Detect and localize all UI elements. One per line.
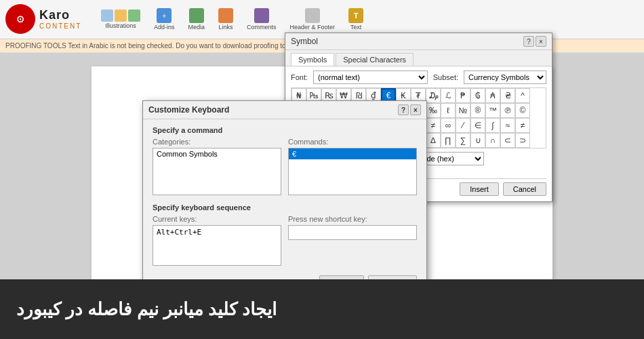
- symbol-cell[interactable]: ≠: [515, 118, 530, 133]
- symbol-cell[interactable]: ∫: [485, 118, 500, 133]
- specify-keyboard-title: Specify keyboard sequence: [153, 203, 417, 212]
- symbol-dialog-controls: ? ×: [523, 36, 546, 47]
- symbol-cell[interactable]: ⊃: [515, 133, 530, 148]
- symbol-cell[interactable]: ≠: [426, 118, 441, 133]
- ribbon-comments-group[interactable]: Comments: [243, 7, 280, 32]
- commands-label: Commands:: [288, 138, 417, 146]
- press-shortcut-col: Press new shortcut key:: [288, 215, 417, 240]
- illustrations-label: Illustrations: [105, 22, 136, 29]
- customize-help-button[interactable]: ?: [398, 104, 409, 115]
- symbol-cell[interactable]: ≈: [500, 118, 515, 133]
- font-row: Font: (normal text) Subset: Currency Sym…: [291, 71, 546, 84]
- customize-close-button[interactable]: ×: [410, 104, 421, 115]
- karo-icon-text: ⊙: [16, 14, 24, 24]
- bottom-banner: ایجاد کلید میانبر نیم فاصله در کیبورد: [0, 279, 644, 339]
- symbol-cell[interactable]: ⁄: [456, 118, 470, 133]
- symbol-cell[interactable]: ∏: [441, 133, 456, 148]
- symbol-cell[interactable]: ®: [470, 103, 485, 118]
- addins-label: Add-ins: [154, 24, 175, 31]
- header-footer-label: Header & Footer: [290, 24, 336, 31]
- keyboard-row: Current keys: Alt+Ctrl+E Press new short…: [153, 215, 417, 268]
- press-shortcut-input[interactable]: [288, 225, 417, 240]
- media-label: Media: [188, 24, 205, 31]
- symbol-insert-button[interactable]: Insert: [460, 182, 499, 196]
- symbol-cell[interactable]: ∈: [470, 118, 485, 133]
- karo-text: Karo CONTENT: [39, 8, 81, 30]
- symbol-close-button[interactable]: ×: [536, 36, 546, 47]
- customize-titlebar: Customize Keyboard ? ×: [143, 101, 426, 119]
- customize-body: Specify a command Categories: Common Sym…: [143, 119, 426, 297]
- font-label: Font:: [291, 73, 308, 81]
- proofing-text: PROOFING TOOLS Text in Arabic is not bei…: [5, 42, 332, 49]
- karo-circle-icon: ⊙: [5, 4, 35, 34]
- symbol-cell[interactable]: ∑: [456, 133, 470, 148]
- symbol-dialog-title: Symbol: [291, 37, 318, 46]
- banner-main-text: ایجاد کلید میانبر نیم فاصله در کیبورد: [16, 299, 277, 319]
- symbol-cell[interactable]: ₱: [456, 88, 470, 103]
- symbol-cell[interactable]: ₯: [426, 88, 441, 103]
- symbol-cell[interactable]: ₳: [485, 88, 500, 103]
- symbol-cell[interactable]: ∞: [441, 118, 456, 133]
- comments-label: Comments: [247, 24, 277, 31]
- specify-command-title: Specify a command: [153, 126, 417, 134]
- current-keys-label: Current keys:: [153, 215, 281, 223]
- subset-label: Subset:: [433, 73, 458, 81]
- symbol-cell[interactable]: ℓ: [441, 103, 456, 118]
- categories-col: Categories: Common Symbols: [153, 138, 281, 195]
- ribbon-illustrations-group[interactable]: Illustrations: [98, 8, 144, 31]
- symbol-cell[interactable]: ^: [515, 88, 530, 103]
- current-keys-col: Current keys: Alt+Ctrl+E: [153, 215, 281, 268]
- ribbon-header-footer-group[interactable]: Header & Footer: [287, 7, 339, 32]
- subset-select[interactable]: Currency Symbols: [464, 71, 546, 84]
- ribbon-text-group[interactable]: T Text: [345, 7, 367, 32]
- symbol-cancel-button[interactable]: Cancel: [503, 182, 546, 196]
- customize-keyboard-dialog: Customize Keyboard ? × Specify a command…: [142, 100, 427, 298]
- symbol-cell[interactable]: ∩: [485, 133, 500, 148]
- customize-title: Customize Keyboard: [148, 105, 229, 115]
- banner-text: ایجاد کلید میانبر نیم فاصله در کیبورد: [16, 299, 277, 320]
- current-keys-textarea[interactable]: Alt+Ctrl+E: [153, 225, 281, 266]
- symbol-help-button[interactable]: ?: [523, 36, 534, 47]
- ribbon-media-group[interactable]: Media: [185, 7, 209, 32]
- symbol-cell[interactable]: ₲: [470, 88, 485, 103]
- symbol-dialog-titlebar: Symbol ? ×: [285, 33, 552, 50]
- commands-listbox[interactable]: €: [288, 148, 417, 195]
- keyboard-section: Specify keyboard sequence Current keys: …: [153, 203, 417, 268]
- karo-sub-label: CONTENT: [39, 22, 81, 30]
- symbol-cell[interactable]: ⊂: [500, 133, 515, 148]
- symbol-cell[interactable]: ℒ: [441, 88, 456, 103]
- symbol-cell[interactable]: ∪: [470, 133, 485, 148]
- symbol-cell[interactable]: ₴: [500, 88, 515, 103]
- ribbon-links-group[interactable]: Links: [215, 7, 237, 32]
- tab-symbols[interactable]: Symbols: [291, 53, 334, 66]
- categories-label: Categories:: [153, 138, 281, 146]
- command-columns: Categories: Common Symbols Commands: €: [153, 138, 417, 195]
- ribbon-addins-group[interactable]: + Add-ins: [150, 7, 178, 32]
- categories-item[interactable]: Common Symbols: [153, 148, 281, 159]
- symbol-cell[interactable]: ∆: [426, 133, 441, 148]
- customize-controls: ? ×: [398, 104, 421, 115]
- text-label: Text: [350, 24, 362, 31]
- symbol-dialog-tabs: Symbols Special Characters: [285, 50, 552, 66]
- commands-col: Commands: €: [288, 138, 417, 195]
- karo-main-label: Karo: [39, 8, 81, 22]
- categories-listbox[interactable]: Common Symbols: [153, 148, 281, 195]
- symbol-cell[interactable]: ℗: [500, 103, 515, 118]
- press-shortcut-label: Press new shortcut key:: [288, 215, 417, 223]
- symbol-cell[interactable]: №: [456, 103, 470, 118]
- tab-special-characters[interactable]: Special Characters: [336, 53, 414, 66]
- links-label: Links: [219, 24, 233, 31]
- symbol-cell[interactable]: ©: [515, 103, 530, 118]
- karo-logo: ⊙ Karo CONTENT: [5, 4, 81, 34]
- symbol-cell[interactable]: ‰: [426, 103, 441, 118]
- commands-item-selected[interactable]: €: [289, 148, 416, 159]
- font-select[interactable]: (normal text): [313, 71, 428, 84]
- ribbon-items: Illustrations + Add-ins Media Links Comm…: [98, 7, 639, 32]
- symbol-cell[interactable]: ™: [485, 103, 500, 118]
